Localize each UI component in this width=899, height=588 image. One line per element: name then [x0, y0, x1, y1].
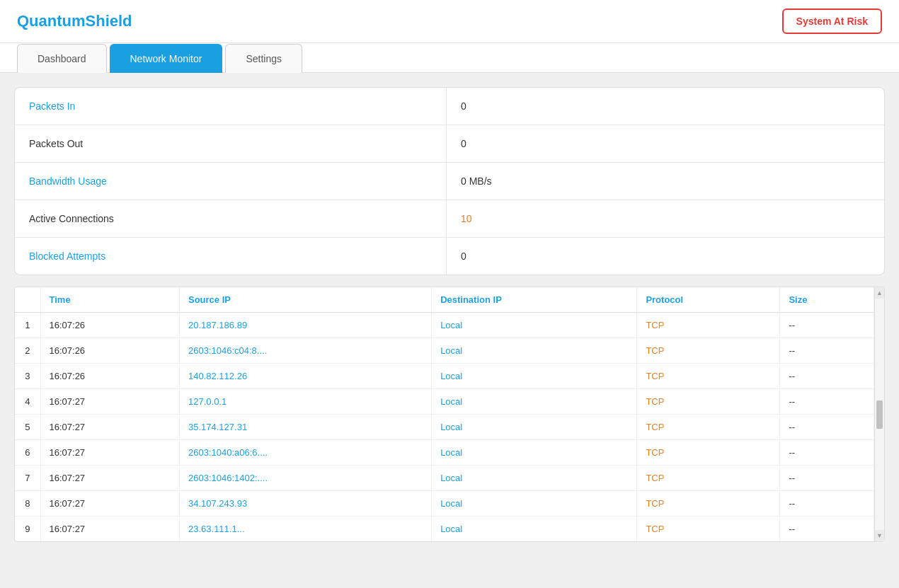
scrollbar-down-arrow[interactable]: ▼ — [875, 530, 884, 541]
cell-dest-ip: Local — [432, 517, 637, 542]
cell-size: -- — [780, 517, 874, 542]
packets-in-label: Packets In — [15, 88, 447, 125]
cell-time: 16:07:27 — [40, 389, 179, 415]
cell-dest-ip: Local — [432, 415, 637, 440]
cell-protocol: TCP — [637, 517, 780, 542]
app-logo: QuantumShield — [17, 12, 132, 30]
cell-source-ip: 2603:1046:1402:.... — [179, 466, 431, 491]
cell-dest-ip: Local — [432, 466, 637, 491]
cell-protocol: TCP — [637, 364, 780, 389]
packets-in-value: 0 — [447, 88, 884, 125]
cell-source-ip: 2603:1040:a06:6.... — [179, 440, 431, 466]
cell-time: 16:07:27 — [40, 466, 179, 491]
cell-size: -- — [780, 466, 874, 491]
table-row: 5 16:07:27 35.174.127.31 Local TCP -- — [15, 415, 874, 440]
tab-settings[interactable]: Settings — [225, 44, 302, 73]
cell-dest-ip: Local — [432, 440, 637, 466]
cell-size: -- — [780, 440, 874, 466]
cell-protocol: TCP — [637, 415, 780, 440]
col-source-ip: Source IP — [179, 287, 431, 313]
table-wrapper: Time Source IP Destination IP Protocol S… — [15, 287, 884, 541]
cell-time: 16:07:26 — [40, 364, 179, 389]
cell-time: 16:07:27 — [40, 491, 179, 517]
cell-size: -- — [780, 491, 874, 517]
col-size: Size — [780, 287, 874, 313]
cell-num: 3 — [15, 364, 40, 389]
active-connections-value: 10 — [447, 200, 884, 237]
cell-source-ip: 140.82.112.26 — [179, 364, 431, 389]
table-row: 1 16:07:26 20.187.186.89 Local TCP -- — [15, 313, 874, 338]
blocked-attempts-value: 0 — [447, 238, 884, 275]
connections-table: Time Source IP Destination IP Protocol S… — [15, 287, 874, 541]
cell-num: 8 — [15, 491, 40, 517]
cell-protocol: TCP — [637, 491, 780, 517]
cell-num: 4 — [15, 389, 40, 415]
cell-num: 2 — [15, 338, 40, 364]
cell-dest-ip: Local — [432, 313, 637, 338]
cell-num: 9 — [15, 517, 40, 542]
cell-num: 5 — [15, 415, 40, 440]
blocked-attempts-label: Blocked Attempts — [15, 238, 447, 275]
stat-row-packets-in: Packets In 0 — [15, 88, 884, 125]
table-row: 7 16:07:27 2603:1046:1402:.... Local TCP… — [15, 466, 874, 491]
table-row: 6 16:07:27 2603:1040:a06:6.... Local TCP… — [15, 440, 874, 466]
cell-time: 16:07:27 — [40, 440, 179, 466]
cell-source-ip: 127.0.0.1 — [179, 389, 431, 415]
cell-size: -- — [780, 415, 874, 440]
table-row: 2 16:07:26 2603:1046:c04:8.... Local TCP… — [15, 338, 874, 364]
table-row: 3 16:07:26 140.82.112.26 Local TCP -- — [15, 364, 874, 389]
cell-time: 16:07:26 — [40, 338, 179, 364]
cell-time: 16:07:26 — [40, 313, 179, 338]
cell-size: -- — [780, 364, 874, 389]
cell-size: -- — [780, 389, 874, 415]
table-row: 4 16:07:27 127.0.0.1 Local TCP -- — [15, 389, 874, 415]
cell-protocol: TCP — [637, 389, 780, 415]
bandwidth-value: 0 MB/s — [447, 163, 884, 200]
table-row: 9 16:07:27 23.63.111.1... Local TCP -- — [15, 517, 874, 542]
scrollbar-thumb[interactable] — [876, 400, 883, 429]
stat-row-active-connections: Active Connections 10 — [15, 200, 884, 238]
cell-time: 16:07:27 — [40, 517, 179, 542]
cell-protocol: TCP — [637, 338, 780, 364]
scrollbar-track[interactable]: ▲ ▼ — [874, 287, 884, 541]
cell-protocol: TCP — [637, 440, 780, 466]
col-time: Time — [40, 287, 179, 313]
risk-badge: System At Risk — [782, 8, 882, 34]
cell-dest-ip: Local — [432, 389, 637, 415]
col-protocol: Protocol — [637, 287, 780, 313]
table-row: 8 16:07:27 34.107.243.93 Local TCP -- — [15, 491, 874, 517]
bandwidth-label: Bandwidth Usage — [15, 163, 447, 200]
stat-row-blocked-attempts: Blocked Attempts 0 — [15, 238, 884, 275]
cell-source-ip: 34.107.243.93 — [179, 491, 431, 517]
cell-protocol: TCP — [637, 466, 780, 491]
tab-dashboard[interactable]: Dashboard — [17, 44, 107, 73]
cell-num: 1 — [15, 313, 40, 338]
cell-dest-ip: Local — [432, 338, 637, 364]
cell-protocol: TCP — [637, 313, 780, 338]
cell-source-ip: 35.174.127.31 — [179, 415, 431, 440]
scrollbar-up-arrow[interactable]: ▲ — [875, 287, 884, 299]
cell-num: 7 — [15, 466, 40, 491]
main-content: Packets In 0 Packets Out 0 Bandwidth Usa… — [0, 73, 899, 556]
col-num — [15, 287, 40, 313]
stat-row-bandwidth: Bandwidth Usage 0 MB/s — [15, 163, 884, 200]
packets-out-value: 0 — [447, 125, 884, 162]
cell-time: 16:07:27 — [40, 415, 179, 440]
cell-source-ip: 2603:1046:c04:8.... — [179, 338, 431, 364]
app-header: QuantumShield System At Risk — [0, 0, 899, 43]
cell-source-ip: 23.63.111.1... — [179, 517, 431, 542]
stats-grid: Packets In 0 Packets Out 0 Bandwidth Usa… — [14, 87, 885, 275]
tabs-bar: Dashboard Network Monitor Settings — [0, 43, 899, 73]
stat-row-packets-out: Packets Out 0 — [15, 125, 884, 163]
cell-dest-ip: Local — [432, 491, 637, 517]
active-connections-label: Active Connections — [15, 200, 447, 237]
tab-network-monitor[interactable]: Network Monitor — [110, 44, 223, 73]
connections-table-container: Time Source IP Destination IP Protocol S… — [14, 287, 885, 542]
packets-out-label: Packets Out — [15, 125, 447, 162]
cell-size: -- — [780, 338, 874, 364]
table-header-row: Time Source IP Destination IP Protocol S… — [15, 287, 874, 313]
cell-size: -- — [780, 313, 874, 338]
cell-dest-ip: Local — [432, 364, 637, 389]
col-destination-ip: Destination IP — [432, 287, 637, 313]
cell-num: 6 — [15, 440, 40, 466]
